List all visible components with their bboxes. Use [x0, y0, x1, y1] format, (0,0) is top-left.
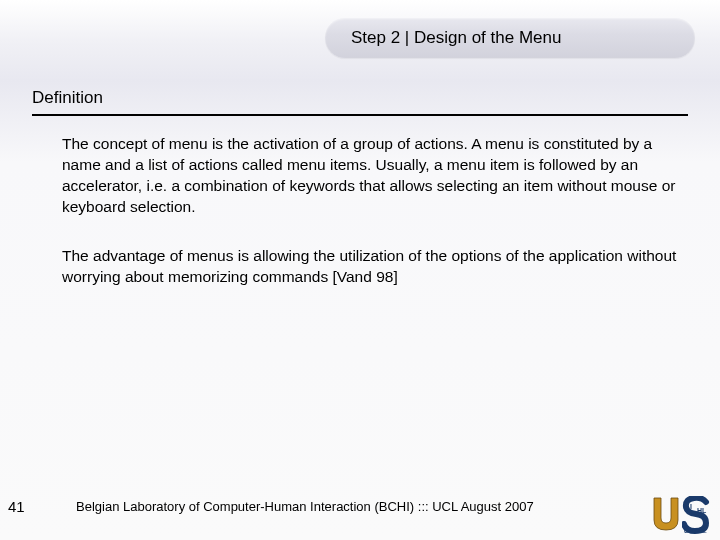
logo-u-icon [652, 496, 680, 534]
heading-rule [32, 114, 688, 116]
section-heading: Definition [32, 88, 688, 108]
svg-text:I: I [690, 503, 692, 510]
logo-s-icon: I HL USIXML [682, 496, 710, 534]
footer-affiliation: Belgian Laboratory of Computer-Human Int… [48, 499, 720, 514]
logo-brand-label: USIXML [684, 528, 707, 534]
page-number: 41 [0, 498, 48, 515]
slide-title-bar: Step 2 | Design of the Menu [325, 18, 695, 58]
svg-text:HL: HL [697, 507, 707, 514]
slide-title: Step 2 | Design of the Menu [351, 28, 561, 48]
brand-logo: I HL USIXML [652, 496, 710, 534]
slide-footer: 41 Belgian Laboratory of Computer-Human … [0, 486, 720, 526]
paragraph-2: The advantage of menus is allowing the u… [32, 246, 688, 288]
paragraph-1: The concept of menu is the activation of… [32, 134, 688, 218]
content-area: Definition The concept of menu is the ac… [32, 88, 688, 316]
